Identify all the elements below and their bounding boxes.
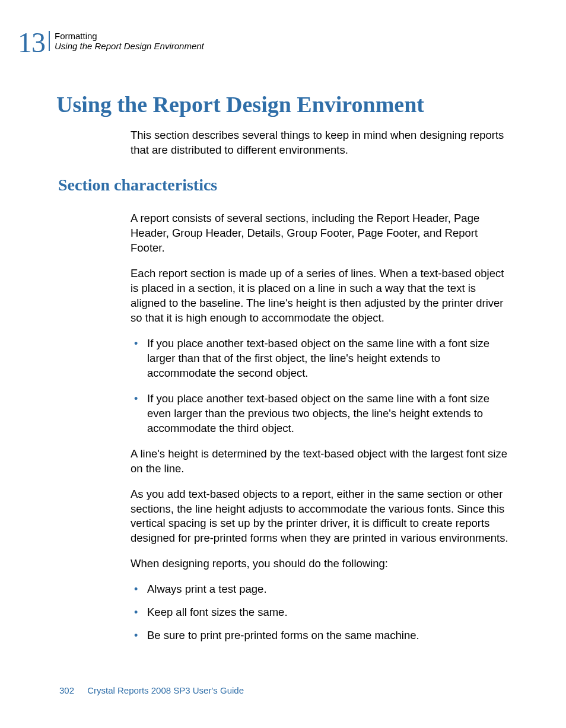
page: 13 Formatting Using the Report Design En… xyxy=(0,0,566,728)
header-text-block: Formatting Using the Report Design Envir… xyxy=(49,31,204,51)
list-item: If you place another text-based object o… xyxy=(131,336,511,381)
paragraph: As you add text-based objects to a repor… xyxy=(131,487,511,546)
paragraph: A report consists of several sections, i… xyxy=(131,211,511,256)
header-section-title: Using the Report Design Environment xyxy=(55,41,204,51)
heading-2: Section characteristics xyxy=(58,176,217,195)
document-title: Crystal Reports 2008 SP3 User's Guide xyxy=(87,685,244,695)
bullet-list: Always print a test page. Keep all font … xyxy=(131,582,511,643)
list-item: Keep all font sizes the same. xyxy=(131,605,511,620)
body-content: A report consists of several sections, i… xyxy=(131,211,511,654)
paragraph: When designing reports, you should do th… xyxy=(131,557,511,571)
bullet-list: If you place another text-based object o… xyxy=(131,336,511,436)
list-item: If you place another text-based object o… xyxy=(131,392,511,436)
page-header: 13 Formatting Using the Report Design En… xyxy=(18,28,530,57)
chapter-number: 13 xyxy=(18,28,45,57)
heading-1: Using the Report Design Environment xyxy=(56,91,530,117)
paragraph: A line's height is determined by the tex… xyxy=(131,447,511,476)
page-footer: 302 Crystal Reports 2008 SP3 User's Guid… xyxy=(59,685,244,695)
list-item: Be sure to print pre-printed forms on th… xyxy=(131,628,511,643)
paragraph: Each report section is made up of a seri… xyxy=(131,266,511,326)
list-item: Always print a test page. xyxy=(131,582,511,597)
page-number: 302 xyxy=(59,685,74,695)
header-chapter-title: Formatting xyxy=(55,31,204,41)
intro-paragraph: This section describes several things to… xyxy=(131,128,511,158)
